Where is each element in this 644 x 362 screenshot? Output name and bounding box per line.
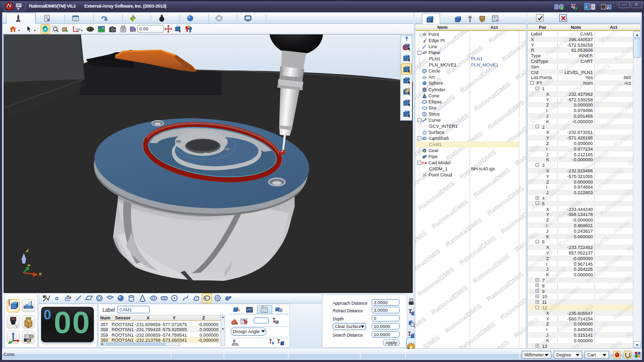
svg-text:LEA: LEA: [26, 317, 31, 320]
svg-text:CAD: CAD: [422, 161, 427, 165]
svg-text:T: T: [114, 29, 116, 32]
svg-text:CAD: CAD: [76, 28, 81, 31]
svg-text:2: 2: [636, 354, 638, 357]
svg-text:B: B: [561, 7, 563, 10]
svg-text:Z: Z: [585, 5, 588, 9]
